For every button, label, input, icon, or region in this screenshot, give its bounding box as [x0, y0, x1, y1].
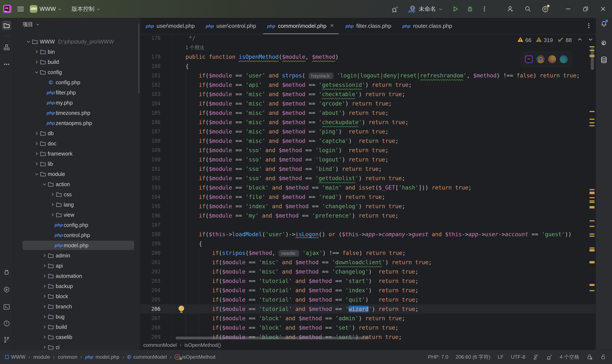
chevron-right-icon[interactable] [42, 304, 47, 309]
code-line-205[interactable]: 205 if($module == 'tutorial' and $method… [140, 295, 596, 304]
warning-stripe-mark[interactable] [589, 55, 595, 56]
tree-item-block[interactable]: block [13, 291, 140, 301]
line-number[interactable]: 207 [140, 315, 161, 321]
line-number[interactable]: 192 [140, 175, 161, 181]
vcs-menu[interactable]: 版本控制 [71, 5, 100, 13]
vertical-scrollbar[interactable] [591, 48, 594, 70]
tree-item-filter-php[interactable]: phpfilter.php [13, 88, 140, 98]
previous-problem-button[interactable] [577, 37, 583, 43]
code-line-204[interactable]: 204 if($module == 'tutorial' and $method… [140, 286, 596, 295]
lock-settings-icon[interactable] [586, 354, 593, 360]
code-with-me-button[interactable] [507, 5, 514, 13]
line-number[interactable]: 184 [140, 101, 161, 106]
line-number[interactable]: 190 [140, 157, 161, 163]
weak-warning-count[interactable]: 319 [536, 36, 553, 44]
line-number[interactable]: 187 [140, 129, 161, 135]
notifications-button[interactable] [599, 19, 609, 28]
status-breadcrumb-item[interactable]: common [58, 354, 77, 360]
status-breadcrumb-item[interactable]: WWW [5, 354, 26, 360]
chevron-right-icon[interactable] [50, 202, 55, 207]
inspections-off-icon[interactable] [532, 354, 539, 360]
code-line-189[interactable]: 189 if($module == 'sso' and $method == '… [140, 146, 596, 155]
code-line-193[interactable]: 193 if($module == 'block' and $method ==… [140, 183, 596, 192]
tree-item-zentaopms-php[interactable]: phpzentaopms.php [13, 118, 140, 128]
chevron-down-icon[interactable] [42, 182, 47, 187]
caret-position[interactable]: 206:60 (6 字符) [456, 354, 490, 360]
tab-list-menu-button[interactable] [586, 23, 592, 29]
code-line-190[interactable]: 190 if($module == 'sso' and $method == '… [140, 155, 596, 164]
more-actions-button[interactable] [481, 5, 488, 13]
problems-tool-button[interactable] [2, 319, 11, 328]
line-separator[interactable]: LF [498, 354, 504, 360]
line-number[interactable]: 209 [140, 334, 161, 340]
debug-listener-icon[interactable] [546, 354, 553, 360]
chevron-right-icon[interactable] [42, 334, 47, 340]
tree-item-config-php[interactable]: phpconfig.php [13, 220, 140, 230]
tree-item-view[interactable]: view [13, 210, 140, 220]
warning-stripe-mark[interactable] [589, 284, 595, 286]
tree-item-model-php[interactable]: phpmodel.php [13, 240, 140, 250]
tree-item-ci[interactable]: ci [13, 342, 140, 350]
chevron-down-icon[interactable] [34, 171, 39, 177]
code-line-187[interactable]: 187 if($module == 'misc' and $method == … [140, 127, 596, 136]
line-number[interactable]: 198 [140, 231, 161, 237]
status-breadcrumb-item[interactable]: module [33, 354, 50, 360]
tree-item-build[interactable]: build [13, 322, 140, 332]
code-line-188[interactable]: 188 if($module == 'misc' and $method == … [140, 136, 596, 146]
line-number[interactable]: 197 [140, 222, 161, 228]
line-number[interactable]: 195 [140, 203, 161, 209]
chrome-browser-icon[interactable] [537, 55, 545, 63]
line-number[interactable]: 202 [140, 269, 161, 275]
tree-item-bin[interactable]: bin [13, 47, 140, 57]
code-line-201[interactable]: 201 if($module == 'misc' and $method == … [140, 258, 596, 267]
chevron-right-icon[interactable] [34, 141, 39, 146]
code-line-186[interactable]: 186 if($module == 'misc' and $method == … [140, 117, 596, 127]
warning-stripe-mark[interactable] [589, 119, 595, 120]
tree-item-action[interactable]: action [13, 179, 140, 189]
chevron-right-icon[interactable] [34, 59, 39, 65]
warning-stripe-mark[interactable] [589, 249, 595, 251]
code-line-182[interactable]: 182 if($module == 'api' and $method == '… [140, 80, 596, 90]
warning-stripe-mark[interactable] [589, 56, 595, 57]
line-number[interactable]: 193 [140, 185, 161, 191]
chevron-down-icon[interactable] [26, 39, 31, 44]
tree-item-branch[interactable]: branch [13, 301, 140, 312]
chevron-right-icon[interactable] [42, 314, 47, 319]
chevron-right-icon[interactable] [34, 161, 39, 167]
chevron-right-icon[interactable] [50, 192, 55, 197]
line-number[interactable]: 206 [140, 306, 161, 312]
status-breadcrumb-item[interactable]: misOpenMethod [175, 354, 215, 360]
editor-tab[interactable]: phpcommon\model.php [262, 18, 340, 34]
passed-count[interactable]: 88 [557, 36, 572, 44]
terminal-tool-button[interactable] [2, 302, 11, 312]
tree-item-control-php[interactable]: phpcontrol.php [13, 230, 140, 240]
tree-item-admin[interactable]: admin [13, 250, 140, 261]
more-tool-windows-button[interactable] [2, 60, 11, 69]
inspections-widget[interactable]: 6631988 [517, 36, 593, 44]
editor-tab[interactable]: phpuser\control.php [200, 18, 262, 34]
main-menu-button[interactable] [17, 7, 24, 11]
version-control-tool-button[interactable] [2, 335, 11, 344]
chevron-right-icon[interactable] [42, 344, 47, 350]
search-everywhere-button[interactable] [524, 5, 532, 13]
run-configuration-widget[interactable]: php 未命名 [409, 5, 442, 13]
minimize-button[interactable] [564, 5, 572, 13]
database-button[interactable] [599, 55, 609, 65]
code-line-185[interactable]: 185 if($module == 'misc' and $method == … [140, 108, 596, 117]
encoding[interactable]: UTF-8 [511, 354, 525, 360]
warning-stripe-mark[interactable] [589, 197, 595, 198]
line-number[interactable]: 185 [140, 110, 161, 116]
warning-stripe-mark[interactable] [589, 220, 595, 221]
code-line-192[interactable]: 192 if($module == 'sso' and $method == '… [140, 174, 596, 183]
ai-assistant-button[interactable] [599, 39, 609, 48]
line-number[interactable]: 208 [140, 325, 161, 331]
warning-stripe-mark[interactable] [589, 235, 595, 237]
warning-stripe-mark[interactable] [589, 50, 595, 51]
php-version[interactable]: PHP: 7.0 [428, 354, 448, 360]
status-breadcrumb-item[interactable]: phpmodel.php [85, 354, 119, 360]
line-number[interactable]: 203 [140, 278, 161, 284]
line-number[interactable]: 186 [140, 119, 161, 125]
debug-listener-icon[interactable] [391, 5, 399, 13]
code-line-202[interactable]: 202 if($module == 'misc' and $method == … [140, 267, 596, 276]
line-number[interactable]: 201 [140, 259, 161, 265]
